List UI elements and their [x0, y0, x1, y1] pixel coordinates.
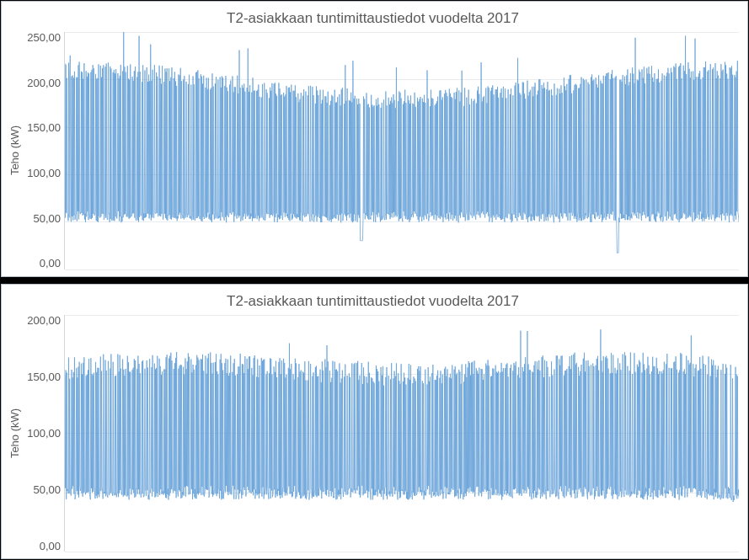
y-tick: 0,00 [40, 258, 61, 269]
y-tick: 150,00 [27, 122, 61, 133]
chart-panel-bottom: T2-asiakkaan tuntimittaustiedot vuodelta… [1, 284, 748, 560]
y-tick: 0,00 [40, 541, 61, 552]
chart-title: T2-asiakkaan tuntimittaustiedot vuodelta… [7, 293, 739, 310]
chart-panel-top: T2-asiakkaan tuntimittaustiedot vuodelta… [1, 1, 748, 277]
y-tick: 100,00 [27, 428, 61, 439]
y-tick: 200,00 [27, 315, 61, 326]
y-axis-label: Teho (kW) [9, 408, 22, 458]
plot-area [64, 32, 739, 269]
series-line [65, 32, 739, 269]
y-axis-ticks: 250,00 200,00 150,00 100,00 50,00 0,00 [24, 32, 64, 269]
gridline [65, 552, 739, 552]
chart-title: T2-asiakkaan tuntimittaustiedot vuodelta… [7, 10, 739, 27]
y-tick: 100,00 [27, 168, 61, 179]
y-tick: 150,00 [27, 371, 61, 382]
plot-area [64, 315, 739, 552]
series-line [65, 315, 739, 552]
y-tick: 200,00 [27, 77, 61, 88]
y-axis-label-col: Teho (kW) [7, 315, 24, 552]
y-tick: 50,00 [33, 484, 61, 495]
chart-pair-container: T2-asiakkaan tuntimittaustiedot vuodelta… [0, 0, 749, 560]
chart-body: Teho (kW) 200,00 150,00 100,00 50,00 0,0… [7, 315, 739, 552]
gridline [65, 269, 739, 270]
y-tick: 50,00 [33, 213, 61, 224]
y-axis-label-col: Teho (kW) [7, 32, 24, 269]
y-tick: 250,00 [27, 32, 61, 43]
chart-body: Teho (kW) 250,00 200,00 150,00 100,00 50… [7, 32, 739, 269]
y-axis-ticks: 200,00 150,00 100,00 50,00 0,00 [24, 315, 64, 552]
y-axis-label: Teho (kW) [9, 125, 22, 175]
